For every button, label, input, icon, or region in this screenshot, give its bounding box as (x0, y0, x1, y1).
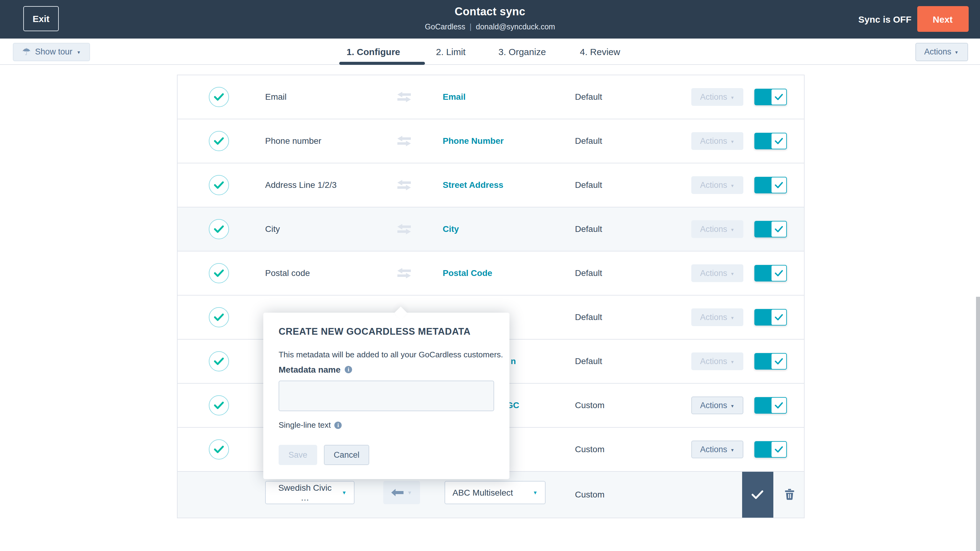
check-icon (752, 490, 764, 499)
toggle-knob (771, 441, 787, 457)
mapping-ok-icon (209, 395, 229, 415)
row-actions-label: Actions (700, 224, 727, 233)
source-field-select-value: Swedish Civic … (273, 483, 337, 502)
tab-review[interactable]: 4. Review (580, 46, 620, 57)
page-actions-label: Actions (924, 47, 951, 56)
save-button[interactable]: Save (278, 445, 317, 465)
toggle-knob (771, 309, 787, 325)
sync-toggle-on[interactable] (754, 265, 787, 281)
vertical-scrollbar[interactable] (976, 297, 980, 551)
field-type-label: Default (575, 163, 602, 206)
chevron-down-icon: ▼ (730, 95, 735, 99)
chevron-down-icon: ▼ (730, 448, 735, 452)
field-type-label: Default (575, 119, 602, 162)
table-row: Email Email Default Actions▼ (178, 75, 803, 119)
next-button[interactable]: Next (917, 6, 968, 32)
tab-limit[interactable]: 2. Limit (436, 46, 466, 57)
cancel-button[interactable]: Cancel (324, 445, 369, 465)
row-actions-label: Actions (700, 268, 727, 278)
row-actions-button: Actions▼ (691, 220, 743, 238)
field-type-note: Single-line text i (278, 420, 342, 430)
sync-direction-icon (398, 163, 411, 206)
create-metadata-modal: CREATE NEW GOCARDLESS METADATA This meta… (263, 313, 509, 479)
sync-status-label: Sync is OFF (859, 0, 912, 38)
toggle-knob (771, 176, 787, 193)
tab-organize[interactable]: 3. Organize (498, 46, 546, 57)
wizard-nav: ☂ Show tour ▼ 1. Configure 2. Limit 3. O… (0, 38, 980, 65)
toggle-knob (771, 397, 787, 413)
chevron-down-icon: ▼ (954, 50, 959, 54)
target-field-link[interactable]: Postal Code (443, 251, 492, 295)
info-icon[interactable]: i (345, 366, 352, 373)
field-type-label: Default (575, 251, 602, 295)
mapping-ok-icon (209, 87, 229, 107)
table-row: Postal code Postal Code Default Actions▼ (178, 251, 803, 295)
mapping-ok-icon (209, 439, 229, 459)
target-field-link[interactable]: Street Address (443, 163, 503, 206)
modal-description: This metadata will be added to all your … (278, 350, 503, 359)
confirm-mapping-button[interactable] (742, 472, 773, 517)
trash-icon (785, 489, 794, 500)
row-status (209, 207, 229, 251)
row-status (209, 383, 229, 427)
row-actions-button: Actions▼ (691, 308, 743, 326)
target-field-select[interactable]: ABC Multiselect ▼ (444, 481, 546, 504)
top-bar: Exit Contact sync GoCardless|donald@sync… (0, 0, 980, 38)
row-actions-button: Actions▼ (691, 352, 743, 370)
field-type-note-text: Single-line text (278, 420, 331, 430)
active-step-indicator (339, 62, 425, 65)
row-actions-label: Actions (700, 92, 727, 101)
row-status (209, 251, 229, 295)
mapping-ok-icon (209, 219, 229, 239)
delete-row-button[interactable] (781, 472, 798, 517)
sync-direction-icon (398, 251, 411, 295)
sync-toggle-on[interactable] (754, 132, 787, 149)
toggle-knob (771, 265, 787, 281)
target-field-link[interactable]: City (443, 207, 459, 251)
row-status (209, 75, 229, 118)
field-type-label: Default (575, 295, 602, 339)
row-actions-label: Actions (700, 445, 727, 454)
sync-direction-select[interactable]: ▼ (383, 481, 420, 504)
row-actions-button[interactable]: Actions▼ (691, 440, 743, 458)
target-field-link[interactable]: n (511, 339, 516, 383)
row-actions-button[interactable]: Actions▼ (691, 396, 743, 414)
chevron-down-icon: ▼ (730, 403, 735, 408)
sync-toggle-on[interactable] (754, 397, 787, 413)
chevron-down-icon: ▼ (342, 491, 347, 495)
umbrella-icon: ☂ (22, 47, 31, 57)
page-actions-button[interactable]: Actions ▼ (915, 43, 968, 61)
chevron-down-icon: ▼ (407, 491, 412, 495)
sync-toggle-on[interactable] (754, 353, 787, 369)
sync-connection-subtitle: GoCardless|donald@syncduck.com (0, 23, 980, 31)
sync-toggle-on[interactable] (754, 441, 787, 457)
target-field-select-value: ABC Multiselect (452, 487, 513, 497)
source-field-label: Email (265, 75, 286, 118)
sync-toggle-on[interactable] (754, 89, 787, 105)
source-field-select[interactable]: Swedish Civic … ▼ (265, 481, 355, 504)
sync-toggle-on[interactable] (754, 221, 787, 237)
mapping-ok-icon (209, 175, 229, 195)
mapping-ok-icon (209, 131, 229, 151)
account-email: donald@syncduck.com (476, 23, 555, 31)
table-row: City City Default Actions▼ (178, 207, 803, 251)
chevron-down-icon: ▼ (730, 272, 735, 276)
table-row: Address Line 1/2/3 Street Address Defaul… (178, 163, 803, 207)
sync-toggle-on[interactable] (754, 309, 787, 325)
info-icon[interactable]: i (335, 421, 342, 429)
row-status (209, 119, 229, 162)
arrow-left-icon (391, 489, 404, 496)
chevron-down-icon: ▼ (730, 359, 735, 364)
row-actions-button: Actions▼ (691, 176, 743, 194)
row-actions-label: Actions (700, 356, 727, 365)
toggle-knob (771, 221, 787, 237)
target-field-link[interactable]: Phone Number (443, 119, 504, 162)
metadata-name-input[interactable] (278, 381, 494, 411)
chevron-down-icon: ▼ (76, 50, 81, 54)
sync-toggle-on[interactable] (754, 176, 787, 193)
target-field-link[interactable]: Email (443, 75, 466, 118)
tab-configure[interactable]: 1. Configure (347, 46, 400, 57)
row-status (209, 295, 229, 339)
show-tour-button[interactable]: ☂ Show tour ▼ (13, 43, 90, 61)
source-field-label: Address Line 1/2/3 (265, 163, 337, 206)
